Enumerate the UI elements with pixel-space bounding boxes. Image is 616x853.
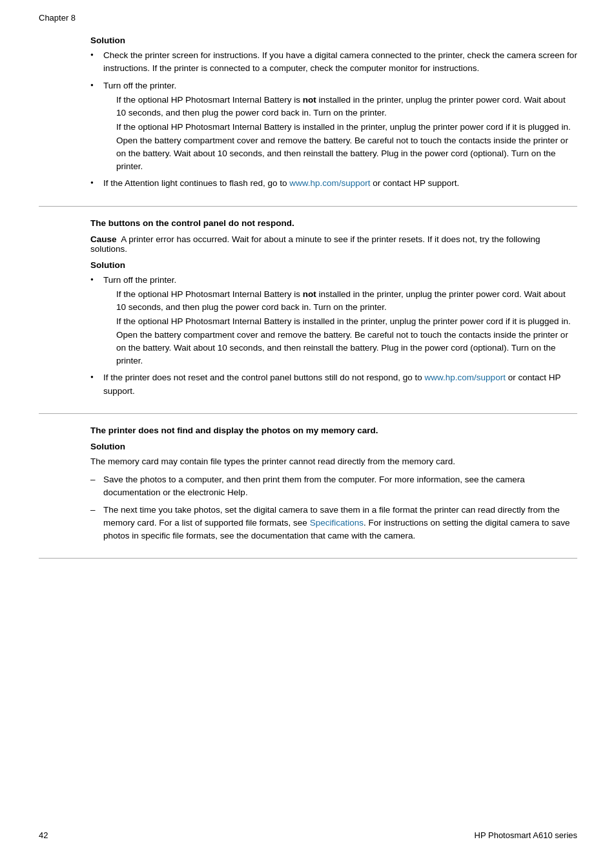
page-number: 42	[39, 830, 48, 840]
list-item: Save the photos to a computer, and then …	[90, 473, 577, 500]
bold-not: not	[303, 95, 316, 105]
cause-text: A printer error has occurred. Wait for a…	[90, 234, 540, 254]
bullet-text-prefix: If the printer does not reset and the co…	[103, 373, 425, 382]
product-name: HP Photosmart A610 series	[475, 830, 577, 840]
section-2: The buttons on the control panel do not …	[39, 207, 577, 414]
solution-text-3: The memory card may contain file types t…	[90, 455, 577, 468]
solution-label-1: Solution	[90, 36, 577, 45]
bullet-continuation: If the optional HP Photosmart Internal B…	[116, 94, 577, 120]
list-item: If the printer does not reset and the co…	[90, 371, 577, 398]
hp-support-link-2[interactable]: www.hp.com/support	[425, 373, 506, 382]
bullet-text-prefix: If the Attention light continues to flas…	[103, 178, 289, 188]
cause-label: Cause	[90, 234, 117, 244]
list-item: Check the printer screen for instruction…	[90, 49, 577, 76]
bullet-list-2: Turn off the printer. If the optional HP…	[90, 274, 577, 398]
dash-text: Save the photos to a computer, and then …	[103, 475, 525, 497]
bullet-list-1: Check the printer screen for instruction…	[90, 49, 577, 190]
bullet-continuation-2: If the optional HP Photosmart Internal B…	[116, 315, 577, 367]
bullet-text: Turn off the printer.	[103, 275, 176, 285]
list-item: The next time you take photos, set the d…	[90, 504, 577, 543]
solution-label-3: Solution	[90, 442, 577, 451]
bullet-continuation: If the optional HP Photosmart Internal B…	[116, 288, 577, 314]
section-1: Solution Check the printer screen for in…	[39, 29, 577, 207]
hp-support-link-1[interactable]: www.hp.com/support	[289, 178, 370, 188]
specifications-link[interactable]: Specifications	[310, 518, 364, 528]
bullet-text: Check the printer screen for instruction…	[103, 50, 577, 73]
dash-list-3: Save the photos to a computer, and then …	[90, 473, 577, 542]
page-footer: 42 HP Photosmart A610 series	[39, 830, 577, 840]
section-2-heading: The buttons on the control panel do not …	[90, 218, 577, 228]
bold-not-2: not	[303, 289, 316, 299]
bullet-continuation-2: If the optional HP Photosmart Internal B…	[116, 121, 577, 173]
chapter-label: Chapter 8	[39, 13, 577, 23]
section-3: The printer does not find and display th…	[39, 414, 577, 559]
bullet-text-suffix: or contact HP support.	[371, 178, 460, 188]
list-item: If the Attention light continues to flas…	[90, 177, 577, 190]
solution-label-2: Solution	[90, 260, 577, 270]
cause-line: Cause A printer error has occurred. Wait…	[90, 234, 577, 254]
bullet-text: Turn off the printer.	[103, 81, 176, 90]
list-item: Turn off the printer. If the optional HP…	[90, 79, 577, 174]
page-container: Chapter 8 Solution Check the printer scr…	[0, 0, 616, 853]
section-3-heading: The printer does not find and display th…	[90, 426, 577, 435]
list-item: Turn off the printer. If the optional HP…	[90, 274, 577, 368]
